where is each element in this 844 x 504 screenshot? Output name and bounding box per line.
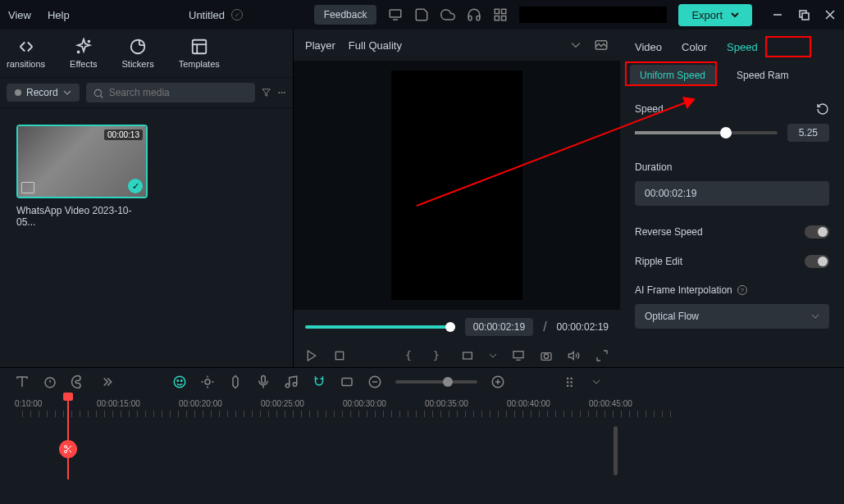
svg-point-44 [293,383,297,387]
stop-icon[interactable] [333,349,346,362]
record-dot-icon [15,89,21,96]
media-added-icon: ✓ [128,179,143,193]
menu-view[interactable]: View [8,9,31,21]
filter-icon[interactable] [262,85,271,100]
search-row: Record [0,78,293,108]
tab-speed[interactable]: Speed [727,41,758,53]
enhance-icon[interactable] [200,375,215,389]
current-time: 00:00:02:19 [465,318,533,336]
media-item[interactable]: 00:00:13 ✓ WhatsApp Video 2023-10-05... [16,125,148,228]
svg-point-34 [174,376,185,388]
player-viewport[interactable] [294,61,620,310]
more-icon[interactable] [277,85,286,100]
maximize-icon[interactable] [798,9,810,20]
timeline-tick: 0:10:00 [15,399,97,408]
fullscreen-icon[interactable] [595,349,609,362]
chevron-down-icon [63,89,71,97]
crop-icon[interactable] [461,349,474,362]
headphones-icon[interactable] [467,7,481,22]
speed-sub-tabs: Uniform Speed Speed Ram [620,60,844,91]
svg-point-35 [177,380,179,382]
menu-help[interactable]: Help [48,9,70,21]
tab-stickers[interactable]: Stickers [122,38,154,69]
list-view-icon[interactable] [564,375,579,389]
title-gap [519,7,667,23]
chevron-down-icon[interactable] [592,378,600,386]
close-icon[interactable] [824,9,836,20]
play-icon[interactable] [305,349,318,362]
timeline-toolbar [0,368,844,396]
record-button[interactable]: Record [7,84,80,102]
svg-point-37 [205,379,210,384]
ai-icon[interactable] [172,375,187,389]
playback-progress[interactable] [305,325,455,329]
save-icon[interactable] [414,7,429,22]
ripple-edit-toggle[interactable] [805,255,829,268]
zoom-out-icon[interactable] [367,375,382,389]
display-icon[interactable] [388,7,403,22]
quality-select[interactable]: Full Quality [349,39,558,52]
svg-point-20 [281,92,282,93]
document-title-wrap: Untitled ✓ [189,9,243,21]
tab-transitions[interactable]: ransitions [7,38,45,69]
chevron-down-icon[interactable] [489,352,497,360]
svg-line-17 [100,95,103,98]
minimize-icon[interactable] [772,9,783,20]
grid-icon[interactable] [493,7,508,22]
mark-out-icon[interactable]: } [433,349,446,362]
magnet-icon[interactable] [312,375,326,389]
camera-icon[interactable] [540,349,553,362]
frame-icon[interactable] [340,375,354,389]
reset-icon[interactable] [816,102,829,116]
svg-rect-2 [495,9,500,13]
speed-slider[interactable] [635,131,778,134]
svg-marker-30 [568,352,573,359]
search-input[interactable] [86,83,255,102]
property-tabs: Video Color Speed [620,30,844,60]
interpolation-select[interactable]: Optical Flow [635,304,829,329]
volume-icon[interactable] [568,349,581,362]
mic-icon[interactable] [256,375,271,389]
svg-point-12 [77,52,79,53]
tab-video[interactable]: Video [635,41,662,53]
timer-icon[interactable] [43,375,57,389]
svg-line-60 [69,450,71,452]
scissors-icon [63,444,73,454]
tab-effects[interactable]: Effects [70,38,97,69]
playhead[interactable] [67,397,69,479]
zoom-in-icon[interactable] [490,375,505,389]
feedback-button[interactable]: Feedback [314,5,377,25]
annotation-box-uniform [625,61,717,86]
cut-marker[interactable] [59,440,77,458]
help-icon[interactable]: ? [737,285,747,295]
music-icon[interactable] [284,375,299,389]
player-panel: Player Full Quality 00:00:02:19 / 00:00:… [294,30,620,367]
svg-point-29 [544,354,548,358]
svg-rect-53 [567,385,568,387]
subtab-speed-ramp[interactable]: Speed Ram [727,65,798,86]
screen-icon[interactable] [512,349,525,362]
reverse-speed-label: Reverse Speed [635,226,703,238]
snapshot-icon[interactable] [594,38,609,52]
timeline: 0:10:00 00:00:15:00 00:00:20:00 00:00:25… [0,367,844,504]
scrollbar-handle[interactable] [614,426,618,475]
svg-rect-55 [571,381,573,383]
marker-icon[interactable] [228,375,243,389]
cloud-icon[interactable] [440,7,455,22]
annotation-box-speed [765,36,811,57]
save-status-icon: ✓ [231,9,243,20]
export-button[interactable]: Export [678,4,752,26]
palette-icon[interactable] [71,375,85,389]
zoom-slider[interactable] [395,380,477,384]
ripple-edit-label: Ripple Edit [635,256,682,267]
text-icon[interactable] [15,375,30,389]
mark-in-icon[interactable]: { [405,349,418,362]
tab-color[interactable]: Color [682,41,707,53]
speed-value[interactable]: 5.25 [787,124,829,142]
reverse-speed-toggle[interactable] [805,225,829,238]
tab-templates[interactable]: Templates [179,38,220,69]
duration-input[interactable] [635,181,829,206]
more-tools-icon[interactable] [98,375,113,389]
timeline-ruler[interactable]: 0:10:00 00:00:15:00 00:00:20:00 00:00:25… [0,396,844,411]
transitions-icon [17,38,35,56]
